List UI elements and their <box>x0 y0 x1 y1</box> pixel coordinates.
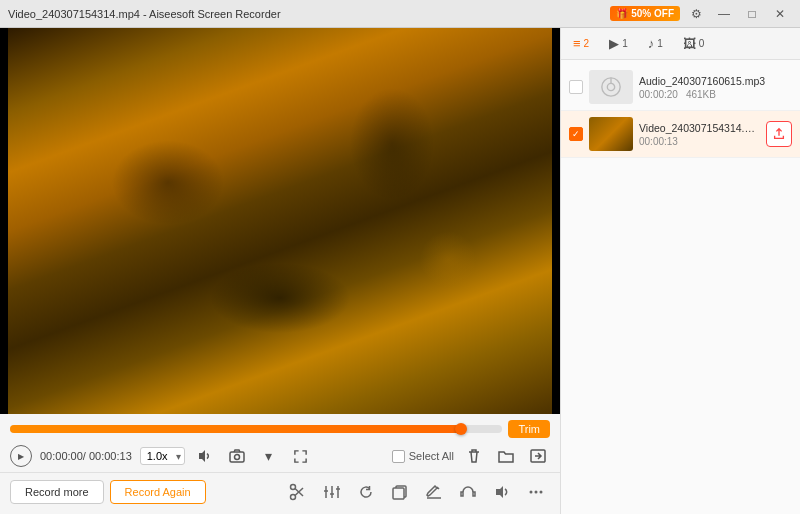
fullscreen-icon <box>293 449 308 464</box>
minimize-button[interactable]: — <box>712 4 736 24</box>
video-frame <box>0 28 560 414</box>
camera-dropdown[interactable]: ▾ <box>257 444 281 468</box>
video-thumbnail <box>589 117 633 151</box>
audio-edit-icon <box>459 483 477 501</box>
svg-point-4 <box>291 495 296 500</box>
tab-audio-icon: ♪ <box>648 36 655 51</box>
export-button[interactable] <box>766 121 792 147</box>
export-icon <box>772 127 786 141</box>
export-list-button[interactable] <box>526 444 550 468</box>
main-content: Trim ▶ 00:00:00/ 00:00:13 1.0x 0.5x 1.5x… <box>0 28 800 514</box>
folder-icon <box>498 448 514 464</box>
camera-icon <box>229 448 245 464</box>
video-meta: 00:00:13 <box>639 136 760 147</box>
record-more-button[interactable]: Record more <box>10 480 104 504</box>
volume-icon <box>197 448 213 464</box>
record-again-button[interactable]: Record Again <box>110 480 206 504</box>
progress-fill <box>10 425 463 433</box>
titlebar-right: 🎁 50% OFF ⚙ — □ ✕ <box>610 4 792 24</box>
clone-button[interactable] <box>386 478 414 506</box>
controls-area: Trim ▶ 00:00:00/ 00:00:13 1.0x 0.5x 1.5x… <box>0 414 560 514</box>
settings-title-button[interactable]: ⚙ <box>684 4 708 24</box>
camera-button[interactable] <box>225 444 249 468</box>
tab-image[interactable]: 🖼 0 <box>679 34 709 53</box>
tab-all-icon: ≡ <box>573 36 581 51</box>
audio-meta: 00:00:20 461KB <box>639 89 792 100</box>
bottom-row: Record more Record Again <box>0 472 560 514</box>
video-duration: 00:00:13 <box>639 136 678 147</box>
maximize-button[interactable]: □ <box>740 4 764 24</box>
play-icon: ▶ <box>18 452 24 461</box>
tab-image-icon: 🖼 <box>683 36 696 51</box>
folder-open-button[interactable] <box>494 444 518 468</box>
volume-edit-button[interactable] <box>488 478 516 506</box>
tab-image-count: 0 <box>699 38 705 49</box>
svg-rect-1 <box>230 452 244 462</box>
file-info-audio: Audio_240307160615.mp3 00:00:20 461KB <box>639 75 792 100</box>
file-info-video: Video_240307154314.mp4 00:00:13 <box>639 122 760 147</box>
gift-icon: 🎁 <box>616 8 628 19</box>
svg-point-2 <box>234 455 239 460</box>
app-title: Video_240307154314.mp4 - Aiseesoft Scree… <box>8 8 281 20</box>
more-button[interactable] <box>522 478 550 506</box>
svg-rect-14 <box>393 488 404 499</box>
video-area: Trim ▶ 00:00:00/ 00:00:13 1.0x 0.5x 1.5x… <box>0 28 560 514</box>
progress-row: Trim <box>0 414 560 442</box>
file-item-video[interactable]: ✓ Video_240307154314.mp4 00:00:13 <box>561 111 800 158</box>
rotate-icon <box>357 483 375 501</box>
equalizer-button[interactable] <box>318 478 346 506</box>
titlebar-left: Video_240307154314.mp4 - Aiseesoft Scree… <box>8 8 281 20</box>
progress-track[interactable] <box>10 425 502 433</box>
play-button[interactable]: ▶ <box>10 445 32 467</box>
tab-audio-count: 1 <box>657 38 663 49</box>
file-item-audio[interactable]: Audio_240307160615.mp3 00:00:20 461KB <box>561 64 800 111</box>
svg-point-5 <box>291 485 296 490</box>
speed-select[interactable]: 1.0x 0.5x 1.5x 2.0x <box>140 447 185 465</box>
audio-size: 461KB <box>686 89 716 100</box>
svg-point-21 <box>607 83 614 90</box>
file-list: Audio_240307160615.mp3 00:00:20 461KB ✓ … <box>561 60 800 514</box>
rotate-button[interactable] <box>352 478 380 506</box>
select-all-label: Select All <box>409 450 454 462</box>
tab-video[interactable]: ▶ 1 <box>605 34 632 53</box>
black-bar-right <box>552 28 560 414</box>
close-button[interactable]: ✕ <box>768 4 792 24</box>
video-filename: Video_240307154314.mp4 <box>639 122 760 134</box>
gift-badge[interactable]: 🎁 50% OFF <box>610 6 680 21</box>
svg-marker-16 <box>496 486 503 498</box>
titlebar: Video_240307154314.mp4 - Aiseesoft Scree… <box>0 0 800 28</box>
edit-icon <box>425 483 443 501</box>
tab-all[interactable]: ≡ 2 <box>569 34 593 53</box>
discount-label: 50% OFF <box>631 8 674 19</box>
progress-thumb[interactable] <box>455 423 467 435</box>
svg-point-17 <box>530 491 533 494</box>
speed-wrapper: 1.0x 0.5x 1.5x 2.0x <box>140 447 185 465</box>
select-all-checkbox[interactable] <box>392 450 405 463</box>
video-player <box>0 28 560 414</box>
audio-thumbnail <box>589 70 633 104</box>
fullscreen-button[interactable] <box>289 444 313 468</box>
equalizer-icon <box>323 483 341 501</box>
delete-button[interactable] <box>462 444 486 468</box>
audio-edit-button[interactable] <box>454 478 482 506</box>
right-panel: ≡ 2 ▶ 1 ♪ 1 🖼 0 <box>560 28 800 514</box>
edit-button[interactable] <box>420 478 448 506</box>
svg-point-19 <box>540 491 543 494</box>
volume-button[interactable] <box>193 444 217 468</box>
tab-all-count: 2 <box>584 38 590 49</box>
trash-icon <box>466 448 482 464</box>
tab-video-count: 1 <box>622 38 628 49</box>
cut-tool-button[interactable] <box>284 478 312 506</box>
playback-row: ▶ 00:00:00/ 00:00:13 1.0x 0.5x 1.5x 2.0x <box>0 442 560 472</box>
file-checkbox-audio[interactable] <box>569 80 583 94</box>
time-display: 00:00:00/ 00:00:13 <box>40 450 132 462</box>
trim-button[interactable]: Trim <box>508 420 550 438</box>
svg-marker-0 <box>199 450 205 462</box>
export-list-icon <box>530 448 546 464</box>
scissors-icon <box>289 483 307 501</box>
file-checkbox-video[interactable]: ✓ <box>569 127 583 141</box>
audio-filename: Audio_240307160615.mp3 <box>639 75 792 87</box>
volume-edit-icon <box>493 483 511 501</box>
tab-audio[interactable]: ♪ 1 <box>644 34 667 53</box>
music-note-icon <box>600 76 622 98</box>
